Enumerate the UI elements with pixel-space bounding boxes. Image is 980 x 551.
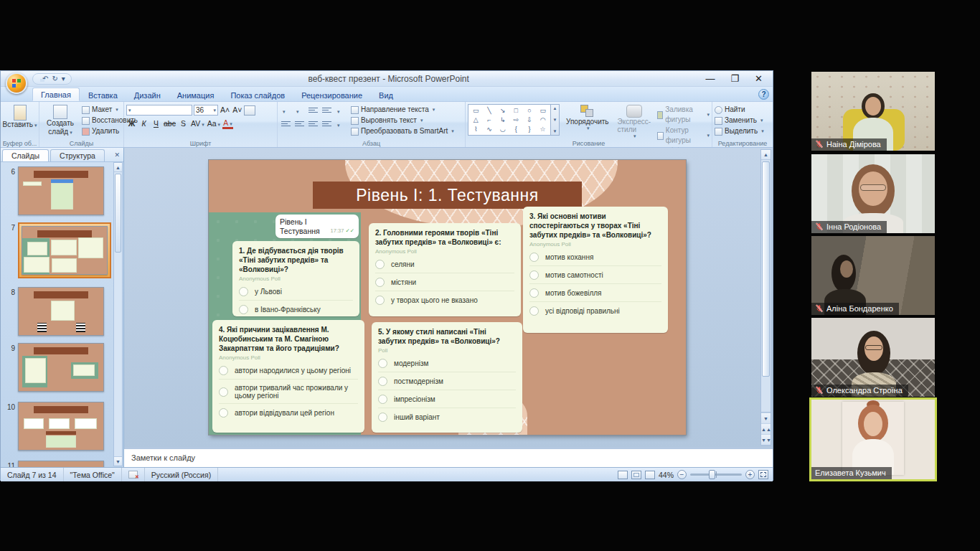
- layout-icon: [82, 106, 90, 114]
- slide-thumbnail-7-selected[interactable]: 7: [4, 222, 111, 278]
- arrange-button[interactable]: Упорядочить: [564, 104, 611, 132]
- zoom-in-button[interactable]: +: [745, 470, 755, 479]
- slideshow-view-button[interactable]: [645, 471, 655, 479]
- bullets-button[interactable]: [280, 105, 292, 115]
- redo-button[interactable]: ↻: [52, 75, 57, 83]
- video-tile-elizaveta-kuzmich-active-speaker[interactable]: Елизавета Кузьмич: [811, 400, 935, 479]
- poll-option: постмодернізм: [378, 372, 516, 390]
- language-status[interactable]: Русский (Россия): [145, 468, 218, 481]
- zoom-level[interactable]: 44%: [659, 471, 674, 479]
- align-text-icon: [351, 117, 359, 125]
- next-slide-button[interactable]: ▼▼: [761, 434, 771, 445]
- thumbnails-scrollbar[interactable]: ▲ ▼: [113, 162, 123, 466]
- change-case-button[interactable]: Aa: [207, 118, 221, 129]
- decrease-indent-button[interactable]: [307, 105, 319, 115]
- poll-option: у творах цього не вказано: [375, 291, 514, 309]
- tab-review[interactable]: Рецензирование: [293, 89, 370, 101]
- scroll-up-icon[interactable]: ▲: [761, 150, 771, 160]
- zoom-slider-knob[interactable]: [709, 470, 715, 479]
- scrollbar-thumb[interactable]: [115, 174, 121, 253]
- tab-outline[interactable]: Структура: [50, 149, 105, 161]
- line-spacing-button[interactable]: [334, 105, 347, 115]
- tab-home[interactable]: Главная: [32, 88, 80, 101]
- new-slide-button[interactable]: Создать слайд: [42, 104, 79, 137]
- align-text-button[interactable]: Выровнять текст: [351, 116, 454, 126]
- font-name-combobox[interactable]: [126, 105, 192, 116]
- paste-icon: [14, 105, 27, 121]
- tab-design[interactable]: Дизайн: [126, 89, 169, 101]
- help-icon[interactable]: [758, 89, 769, 100]
- increase-indent-button[interactable]: [321, 105, 333, 115]
- numbering-button[interactable]: [293, 105, 306, 115]
- radio-icon: [375, 296, 385, 305]
- scroll-down-icon[interactable]: ▼: [761, 413, 771, 423]
- video-tile-naina-dimirova[interactable]: Наіна Дімірова: [811, 72, 935, 151]
- font-size-combobox[interactable]: 36: [194, 105, 218, 116]
- paste-button[interactable]: Вставить: [3, 104, 37, 129]
- notes-pane[interactable]: Заметки к слайду: [124, 447, 773, 467]
- tab-slideshow[interactable]: Показ слайдов: [222, 89, 293, 101]
- editing-group-label: Редактирование: [712, 140, 773, 147]
- normal-view-button[interactable]: [618, 471, 628, 479]
- shrink-font-button[interactable]: A˅: [232, 105, 242, 116]
- tab-insert[interactable]: Вставка: [80, 89, 126, 101]
- slide-7-canvas[interactable]: Рівень І Тестування 17:37 ✓✓ Рівень І: 1…: [209, 160, 686, 435]
- underline-button[interactable]: Ч: [151, 118, 161, 129]
- fit-to-window-button[interactable]: [758, 470, 768, 479]
- spellcheck-status[interactable]: [122, 468, 145, 481]
- radio-icon: [375, 260, 385, 269]
- slide-thumbnail-10[interactable]: 10: [4, 402, 104, 451]
- grow-font-button[interactable]: A˄: [220, 105, 230, 116]
- justify-button[interactable]: [321, 118, 333, 128]
- restore-button[interactable]: ❐: [730, 72, 739, 85]
- slide-thumbnail-11[interactable]: 11: [4, 461, 104, 467]
- group-clipboard: Вставить Буфер об...: [1, 102, 39, 147]
- character-spacing-button[interactable]: AV: [190, 118, 205, 129]
- video-tile-oleksandra-stroina[interactable]: Олександра Строїна: [811, 318, 935, 397]
- shapes-scroll[interactable]: ▲▼▼: [551, 104, 560, 136]
- scrollbar-thumb[interactable]: [762, 161, 770, 377]
- video-tile-inna-rodionova[interactable]: Інна Родіонова: [811, 154, 935, 233]
- minimize-button[interactable]: —: [705, 72, 715, 85]
- select-button[interactable]: Выделить: [715, 126, 771, 136]
- slide-thumbnail-9[interactable]: 9: [4, 343, 104, 392]
- tab-slides-thumbnails[interactable]: Слайды: [2, 149, 49, 161]
- text-direction-button[interactable]: Направление текста: [351, 105, 454, 115]
- quick-styles-button[interactable]: Экспресс-стили: [616, 104, 654, 140]
- find-button[interactable]: Найти: [715, 105, 771, 115]
- strikethrough-button[interactable]: abc: [163, 118, 176, 129]
- text-shadow-button[interactable]: S: [178, 118, 189, 129]
- close-pane-icon[interactable]: [114, 151, 120, 159]
- video-tile-alina-bondarenko[interactable]: Аліна Бондаренко: [811, 236, 935, 315]
- tab-view[interactable]: Вид: [371, 89, 401, 101]
- qat-customize-button[interactable]: ▾: [62, 75, 65, 83]
- slide-thumbnail-8[interactable]: 8: [4, 287, 104, 336]
- clear-formatting-icon[interactable]: [244, 105, 255, 116]
- columns-button[interactable]: [334, 118, 347, 128]
- convert-smartart-button[interactable]: Преобразовать в SmartArt: [351, 126, 454, 136]
- office-button[interactable]: [6, 72, 27, 94]
- tab-animation[interactable]: Анимация: [169, 89, 222, 101]
- shape-fill-button[interactable]: Заливка фигуры: [657, 105, 710, 125]
- poll-option: усі відповіді правильні: [529, 301, 661, 319]
- powerpoint-window: ↶ ↻ ▾ веб-квест презент - Microsoft Powe…: [0, 70, 773, 481]
- font-color-button[interactable]: А: [222, 118, 233, 129]
- poll-option: модернізм: [378, 354, 516, 372]
- slide-sorter-view-button[interactable]: [631, 471, 641, 479]
- align-left-button[interactable]: [280, 118, 292, 128]
- align-right-button[interactable]: [307, 118, 319, 128]
- radio-icon: [529, 253, 539, 262]
- status-bar: Слайд 7 из 14 "Тема Office" Русский (Рос…: [1, 467, 773, 481]
- slide-thumbnail-6[interactable]: 6: [4, 166, 104, 215]
- replace-button[interactable]: Заменить: [715, 116, 771, 126]
- italic-button[interactable]: К: [138, 118, 149, 129]
- slide-scrollbar[interactable]: ▲ ▼ ▲▲ ▼▼: [760, 149, 771, 446]
- zoom-slider[interactable]: [690, 474, 742, 476]
- close-button[interactable]: ✕: [755, 72, 763, 85]
- radio-icon: [219, 366, 228, 375]
- shapes-gallery[interactable]: ▭╲↘□○▭ △⌐↳⇨⇩◠ ⌇∿◡{}☆: [468, 104, 551, 136]
- zoom-out-button[interactable]: −: [677, 470, 687, 479]
- align-center-button[interactable]: [293, 118, 306, 128]
- bold-button[interactable]: Ж: [126, 118, 137, 129]
- previous-slide-button[interactable]: ▲▲: [761, 423, 771, 434]
